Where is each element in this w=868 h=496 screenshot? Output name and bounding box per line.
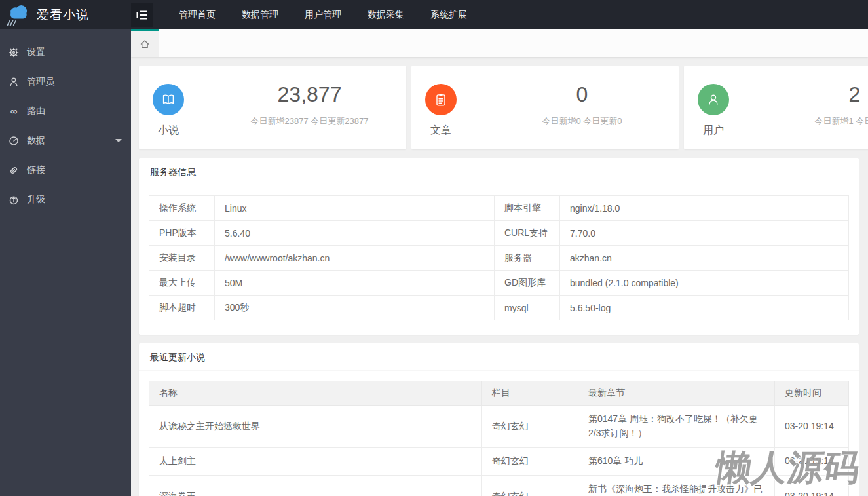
stat-card-value: 0 (485, 83, 679, 107)
sidebar-item-label: 链接 (27, 164, 45, 176)
table-row: 安装目录 /www/wwwroot/akzhan.cn 服务器 akzhan.c… (149, 246, 849, 271)
server-info-value: 50M (215, 271, 495, 296)
server-info-value: bundled (2.1.0 compatible) (560, 271, 849, 296)
server-info-value: 7.70.0 (560, 221, 849, 246)
panel-title: 服务器信息 (139, 158, 859, 185)
novel-update-time: 03-20 19:14 (775, 476, 849, 496)
nav-item-data-manage[interactable]: 数据管理 (229, 0, 292, 29)
tab-home[interactable] (131, 29, 159, 57)
server-info-value: 300秒 (215, 296, 495, 320)
stat-card-value-block: 0 今日新增0 今日更新0 (457, 66, 679, 149)
stat-card-icon-block: 文章 (425, 84, 457, 149)
table-row: 脚本超时 300秒 mysql 5.6.50-log (149, 296, 849, 320)
table-header-row: 名称 栏目 最新章节 更新时间 (149, 381, 849, 406)
gear-icon (8, 47, 20, 58)
server-info-label: mysql (495, 296, 560, 320)
stat-card-subtitle: 今日新增23877 今日更新23877 (213, 115, 406, 127)
server-info-value: nginx/1.18.0 (560, 196, 849, 221)
column-header-time: 更新时间 (775, 381, 849, 406)
book-icon (153, 84, 184, 115)
server-info-label: PHP版本 (149, 221, 215, 246)
server-info-label: 安装目录 (149, 246, 215, 271)
stat-card-subtitle: 今日新增1 今日更新1 (758, 115, 868, 127)
table-row: 从诡秘之主开始拯救世界 奇幻玄幻 第0147章 周珏：狗改不了吃屎！（补欠更2/… (149, 406, 849, 448)
server-info-body: 操作系统 Linux 脚本引擎 nginx/1.18.0 PHP版本 5.6.4… (139, 185, 859, 335)
server-info-value: Linux (215, 196, 495, 221)
sidebar: 设置 管理员 ∞ 路由 数据 链接 (0, 29, 131, 496)
top-navigation: 管理首页 数据管理 用户管理 数据采集 系统扩展 (166, 0, 480, 29)
table-row: 太上剑主 奇幻玄幻 第610章 巧儿 03-20 19:14 (149, 448, 849, 476)
server-info-label: GD图形库 (495, 271, 560, 296)
app-logo[interactable]: 爱看小说 (0, 2, 131, 28)
table-row: PHP版本 5.6.40 CURL支持 7.70.0 (149, 221, 849, 246)
menu-toggle-button[interactable] (131, 3, 153, 27)
novel-update-time: 03-20 19:14 (775, 406, 849, 448)
caret-down-icon (115, 139, 122, 142)
novel-chapter: 新书《深海炮王：我杀怪能提升攻击力》已发 (578, 476, 775, 496)
sidebar-item-label: 升级 (27, 194, 45, 206)
admin-user-icon (8, 76, 20, 88)
server-info-label: 脚本引擎 (495, 196, 560, 221)
stat-card-label: 小说 (153, 124, 184, 138)
hamburger-icon (136, 10, 148, 20)
stat-card-value-block: 23,877 今日新增23877 今日更新23877 (184, 66, 406, 149)
server-info-label: 最大上传 (149, 271, 215, 296)
sidebar-item-settings[interactable]: 设置 (0, 37, 131, 67)
stat-card-icon-block: 用户 (698, 84, 729, 149)
link-icon (8, 164, 20, 176)
panel-title: 最近更新小说 (139, 343, 859, 371)
nav-item-data-collect[interactable]: 数据采集 (354, 0, 417, 29)
table-row: 操作系统 Linux 脚本引擎 nginx/1.18.0 (149, 196, 849, 221)
stat-card-novels[interactable]: 小说 23,877 今日新增23877 今日更新23877 (139, 66, 406, 149)
stat-card-label: 文章 (425, 124, 457, 138)
server-info-value: 5.6.40 (215, 221, 495, 246)
column-header-name: 名称 (149, 381, 482, 406)
recent-novels-body: 名称 栏目 最新章节 更新时间 从诡秘之主开始拯救世界 奇幻玄幻 第0147章 … (139, 371, 859, 496)
sidebar-item-label: 管理员 (27, 76, 54, 88)
novel-category: 奇幻玄幻 (482, 406, 578, 448)
sidebar-item-routes[interactable]: ∞ 路由 (0, 96, 131, 126)
recent-novels-table: 名称 栏目 最新章节 更新时间 从诡秘之主开始拯救世界 奇幻玄幻 第0147章 … (149, 381, 849, 496)
novel-name: 从诡秘之主开始拯救世界 (149, 406, 482, 448)
novel-name: 太上剑主 (149, 448, 482, 476)
novel-category: 奇幻玄幻 (482, 476, 578, 496)
table-row: 深海拳王 奇幻玄幻 新书《深海炮王：我杀怪能提升攻击力》已发 03-20 19:… (149, 476, 849, 496)
sidebar-item-label: 设置 (27, 47, 45, 58)
server-info-value: /www/wwwroot/akzhan.cn (215, 246, 495, 271)
sidebar-item-links[interactable]: 链接 (0, 155, 131, 185)
column-header-category: 栏目 (482, 381, 578, 406)
cloud-rain-icon (5, 2, 31, 28)
article-icon (425, 84, 457, 115)
stat-card-icon-block: 小说 (153, 84, 184, 149)
server-info-value: akzhan.cn (560, 246, 849, 271)
stat-card-value: 23,877 (213, 83, 406, 107)
novel-name: 深海拳王 (149, 476, 482, 496)
novel-category: 奇幻玄幻 (482, 448, 578, 476)
column-header-chapter: 最新章节 (578, 381, 775, 406)
novel-chapter: 第0147章 周珏：狗改不了吃屎！（补欠更2/3求订阅！） (578, 406, 775, 448)
user-icon (698, 84, 729, 115)
sidebar-item-data[interactable]: 数据 (0, 126, 131, 155)
sidebar-item-admins[interactable]: 管理员 (0, 67, 131, 96)
server-info-label: 脚本超时 (149, 296, 215, 320)
novel-chapter: 第610章 巧儿 (578, 448, 775, 476)
server-info-label: 服务器 (495, 246, 560, 271)
sidebar-item-label: 数据 (27, 135, 45, 147)
home-icon (138, 37, 151, 50)
stat-card-users[interactable]: 用户 2 今日新增1 今日更新1 (684, 66, 868, 149)
main-content: 小说 23,877 今日新增23877 今日更新23877 (131, 57, 868, 496)
stat-card-subtitle: 今日新增0 今日更新0 (485, 115, 679, 127)
stat-card-articles[interactable]: 文章 0 今日新增0 今日更新0 (411, 66, 679, 149)
stat-card-value: 2 (758, 83, 868, 107)
app-title: 爱看小说 (37, 7, 89, 24)
nav-item-user-manage[interactable]: 用户管理 (292, 0, 354, 29)
route-icon: ∞ (8, 105, 20, 117)
sidebar-item-label: 路由 (27, 105, 45, 117)
recent-novels-panel: 最近更新小说 名称 栏目 最新章节 更新时间 从诡秘之主开始拯救世界 奇幻玄幻 (139, 343, 859, 496)
stat-card-label: 用户 (698, 124, 729, 138)
sidebar-item-upgrade[interactable]: 升级 (0, 185, 131, 214)
server-info-value: 5.6.50-log (560, 296, 849, 320)
novel-update-time: 03-20 19:14 (775, 448, 849, 476)
nav-item-admin-home[interactable]: 管理首页 (166, 0, 229, 29)
nav-item-system-extend[interactable]: 系统扩展 (417, 0, 480, 29)
